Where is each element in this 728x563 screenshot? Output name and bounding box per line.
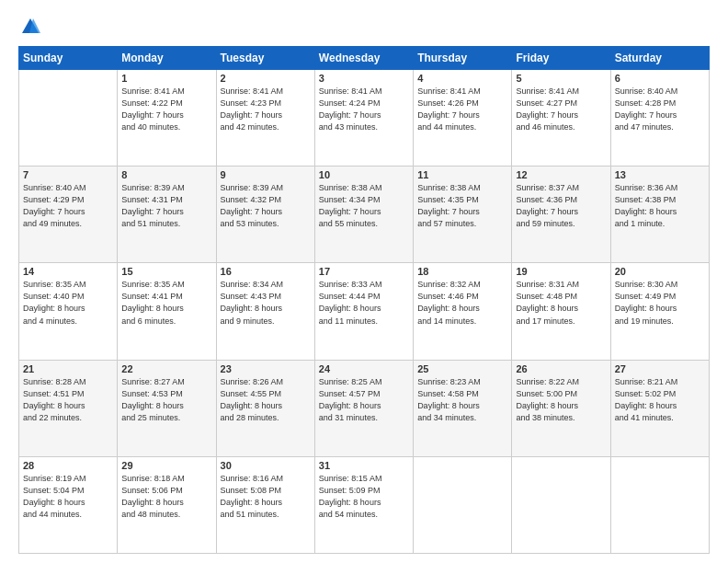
day-number: 19 xyxy=(516,266,606,277)
day-cell: 15Sunrise: 8:35 AM Sunset: 4:41 PM Dayli… xyxy=(118,263,216,360)
day-number: 20 xyxy=(615,266,705,277)
week-row: 21Sunrise: 8:28 AM Sunset: 4:51 PM Dayli… xyxy=(19,360,710,456)
col-header-monday: Monday xyxy=(118,47,216,70)
day-number: 12 xyxy=(516,169,606,180)
day-info: Sunrise: 8:19 AM Sunset: 5:04 PM Dayligh… xyxy=(23,473,113,521)
day-info: Sunrise: 8:21 AM Sunset: 5:02 PM Dayligh… xyxy=(615,376,705,424)
day-number: 5 xyxy=(516,73,606,84)
logo xyxy=(18,17,40,37)
day-info: Sunrise: 8:25 AM Sunset: 4:57 PM Dayligh… xyxy=(319,376,409,424)
day-cell: 9Sunrise: 8:39 AM Sunset: 4:32 PM Daylig… xyxy=(216,167,314,263)
day-number: 24 xyxy=(319,363,409,374)
day-cell: 21Sunrise: 8:28 AM Sunset: 4:51 PM Dayli… xyxy=(19,360,118,456)
day-cell xyxy=(414,456,512,553)
week-row: 7Sunrise: 8:40 AM Sunset: 4:29 PM Daylig… xyxy=(19,167,710,263)
day-number: 16 xyxy=(221,266,311,277)
day-number: 8 xyxy=(121,169,211,180)
header xyxy=(18,17,710,37)
day-cell xyxy=(512,456,610,553)
day-number: 31 xyxy=(319,460,409,471)
col-header-thursday: Thursday xyxy=(414,47,512,70)
day-cell: 6Sunrise: 8:40 AM Sunset: 4:28 PM Daylig… xyxy=(610,70,709,167)
day-cell: 20Sunrise: 8:30 AM Sunset: 4:49 PM Dayli… xyxy=(610,263,709,360)
day-cell: 8Sunrise: 8:39 AM Sunset: 4:31 PM Daylig… xyxy=(118,167,216,263)
day-number: 15 xyxy=(121,266,211,277)
day-cell: 17Sunrise: 8:33 AM Sunset: 4:44 PM Dayli… xyxy=(314,263,413,360)
day-cell: 24Sunrise: 8:25 AM Sunset: 4:57 PM Dayli… xyxy=(314,360,413,456)
day-number: 27 xyxy=(615,363,705,374)
day-number: 9 xyxy=(221,169,311,180)
day-cell: 11Sunrise: 8:38 AM Sunset: 4:35 PM Dayli… xyxy=(414,167,512,263)
day-number: 26 xyxy=(516,363,606,374)
day-cell: 23Sunrise: 8:26 AM Sunset: 4:55 PM Dayli… xyxy=(216,360,314,456)
day-number: 14 xyxy=(23,266,113,277)
day-info: Sunrise: 8:41 AM Sunset: 4:24 PM Dayligh… xyxy=(319,86,409,133)
day-cell: 27Sunrise: 8:21 AM Sunset: 5:02 PM Dayli… xyxy=(610,360,709,456)
day-info: Sunrise: 8:31 AM Sunset: 4:48 PM Dayligh… xyxy=(516,279,606,327)
day-cell: 13Sunrise: 8:36 AM Sunset: 4:38 PM Dayli… xyxy=(610,167,709,263)
day-info: Sunrise: 8:15 AM Sunset: 5:09 PM Dayligh… xyxy=(319,473,409,521)
day-info: Sunrise: 8:34 AM Sunset: 4:43 PM Dayligh… xyxy=(221,279,311,327)
day-info: Sunrise: 8:26 AM Sunset: 4:55 PM Dayligh… xyxy=(221,376,311,424)
week-row: 1Sunrise: 8:41 AM Sunset: 4:22 PM Daylig… xyxy=(19,70,710,167)
week-row: 28Sunrise: 8:19 AM Sunset: 5:04 PM Dayli… xyxy=(19,456,710,553)
day-number: 4 xyxy=(417,73,507,84)
day-cell: 14Sunrise: 8:35 AM Sunset: 4:40 PM Dayli… xyxy=(19,263,118,360)
day-number: 2 xyxy=(221,73,311,84)
day-cell: 10Sunrise: 8:38 AM Sunset: 4:34 PM Dayli… xyxy=(314,167,413,263)
col-header-wednesday: Wednesday xyxy=(314,47,413,70)
day-cell: 30Sunrise: 8:16 AM Sunset: 5:08 PM Dayli… xyxy=(216,456,314,553)
day-info: Sunrise: 8:35 AM Sunset: 4:41 PM Dayligh… xyxy=(121,279,211,327)
day-cell: 19Sunrise: 8:31 AM Sunset: 4:48 PM Dayli… xyxy=(512,263,610,360)
day-info: Sunrise: 8:28 AM Sunset: 4:51 PM Dayligh… xyxy=(23,376,113,424)
day-number: 22 xyxy=(121,363,211,374)
day-info: Sunrise: 8:38 AM Sunset: 4:34 PM Dayligh… xyxy=(319,182,409,230)
day-info: Sunrise: 8:41 AM Sunset: 4:22 PM Dayligh… xyxy=(121,86,211,133)
week-row: 14Sunrise: 8:35 AM Sunset: 4:40 PM Dayli… xyxy=(19,263,710,360)
day-number: 13 xyxy=(615,169,705,180)
calendar: SundayMondayTuesdayWednesdayThursdayFrid… xyxy=(18,46,710,554)
day-number: 11 xyxy=(417,169,507,180)
day-cell: 31Sunrise: 8:15 AM Sunset: 5:09 PM Dayli… xyxy=(314,456,413,553)
day-cell: 1Sunrise: 8:41 AM Sunset: 4:22 PM Daylig… xyxy=(118,70,216,167)
day-cell: 28Sunrise: 8:19 AM Sunset: 5:04 PM Dayli… xyxy=(19,456,118,553)
day-cell: 29Sunrise: 8:18 AM Sunset: 5:06 PM Dayli… xyxy=(118,456,216,553)
day-number: 1 xyxy=(121,73,211,84)
day-info: Sunrise: 8:41 AM Sunset: 4:27 PM Dayligh… xyxy=(516,86,606,133)
day-number: 21 xyxy=(23,363,113,374)
day-info: Sunrise: 8:27 AM Sunset: 4:53 PM Dayligh… xyxy=(121,376,211,424)
day-info: Sunrise: 8:36 AM Sunset: 4:38 PM Dayligh… xyxy=(615,182,705,230)
day-number: 3 xyxy=(319,73,409,84)
day-info: Sunrise: 8:16 AM Sunset: 5:08 PM Dayligh… xyxy=(221,473,311,521)
day-cell: 3Sunrise: 8:41 AM Sunset: 4:24 PM Daylig… xyxy=(314,70,413,167)
day-cell xyxy=(19,70,118,167)
day-number: 6 xyxy=(615,73,705,84)
page: SundayMondayTuesdayWednesdayThursdayFrid… xyxy=(0,0,728,563)
day-info: Sunrise: 8:39 AM Sunset: 4:32 PM Dayligh… xyxy=(221,182,311,230)
day-info: Sunrise: 8:40 AM Sunset: 4:29 PM Dayligh… xyxy=(23,182,113,230)
day-info: Sunrise: 8:18 AM Sunset: 5:06 PM Dayligh… xyxy=(121,473,211,521)
day-info: Sunrise: 8:40 AM Sunset: 4:28 PM Dayligh… xyxy=(615,86,705,133)
day-info: Sunrise: 8:35 AM Sunset: 4:40 PM Dayligh… xyxy=(23,279,113,327)
day-number: 7 xyxy=(23,169,113,180)
day-info: Sunrise: 8:32 AM Sunset: 4:46 PM Dayligh… xyxy=(417,279,507,327)
day-info: Sunrise: 8:22 AM Sunset: 5:00 PM Dayligh… xyxy=(516,376,606,424)
day-number: 25 xyxy=(417,363,507,374)
day-cell: 4Sunrise: 8:41 AM Sunset: 4:26 PM Daylig… xyxy=(414,70,512,167)
day-cell: 18Sunrise: 8:32 AM Sunset: 4:46 PM Dayli… xyxy=(414,263,512,360)
day-info: Sunrise: 8:39 AM Sunset: 4:31 PM Dayligh… xyxy=(121,182,211,230)
col-header-saturday: Saturday xyxy=(610,47,709,70)
day-cell: 7Sunrise: 8:40 AM Sunset: 4:29 PM Daylig… xyxy=(19,167,118,263)
day-number: 29 xyxy=(121,460,211,471)
day-cell: 25Sunrise: 8:23 AM Sunset: 4:58 PM Dayli… xyxy=(414,360,512,456)
day-info: Sunrise: 8:30 AM Sunset: 4:49 PM Dayligh… xyxy=(615,279,705,327)
col-header-tuesday: Tuesday xyxy=(216,47,314,70)
day-info: Sunrise: 8:37 AM Sunset: 4:36 PM Dayligh… xyxy=(516,182,606,230)
day-info: Sunrise: 8:41 AM Sunset: 4:23 PM Dayligh… xyxy=(221,86,311,133)
col-header-friday: Friday xyxy=(512,47,610,70)
day-cell: 2Sunrise: 8:41 AM Sunset: 4:23 PM Daylig… xyxy=(216,70,314,167)
day-number: 23 xyxy=(221,363,311,374)
day-info: Sunrise: 8:38 AM Sunset: 4:35 PM Dayligh… xyxy=(417,182,507,230)
day-cell: 26Sunrise: 8:22 AM Sunset: 5:00 PM Dayli… xyxy=(512,360,610,456)
day-cell: 22Sunrise: 8:27 AM Sunset: 4:53 PM Dayli… xyxy=(118,360,216,456)
